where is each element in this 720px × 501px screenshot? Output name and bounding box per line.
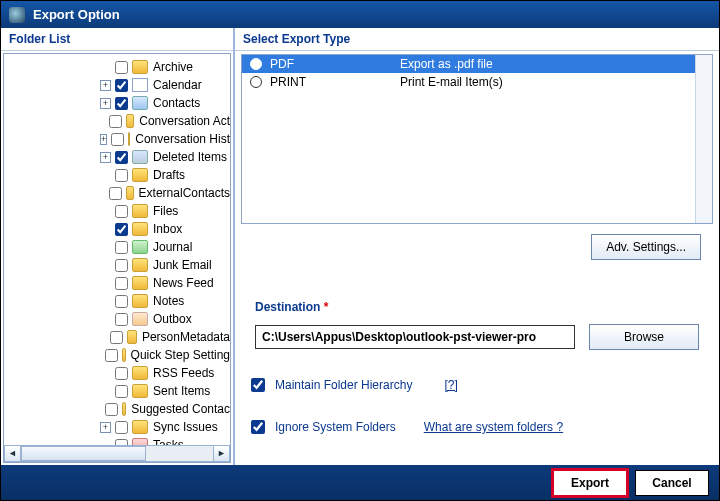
ignore-system-row: Ignore System Folders What are system fo… xyxy=(235,420,719,434)
folder-checkbox[interactable] xyxy=(115,295,128,308)
folder-checkbox[interactable] xyxy=(115,205,128,218)
folder-list-header: Folder List xyxy=(1,28,233,51)
title-bar: Export Option xyxy=(1,1,719,28)
expand-toggle-icon[interactable]: + xyxy=(100,134,107,145)
scroll-right-button[interactable]: ► xyxy=(213,445,230,462)
export-option-dialog: Export Option Folder List Archive+Calend… xyxy=(0,0,720,501)
folder-tree[interactable]: Archive+Calendar+ContactsConversation Ac… xyxy=(3,53,231,463)
folder-node[interactable]: Junk Email xyxy=(4,256,230,274)
folder-node[interactable]: Outbox xyxy=(4,310,230,328)
folder-checkbox[interactable] xyxy=(115,313,128,326)
folder-node[interactable]: PersonMetadata xyxy=(4,328,230,346)
maintain-hierarchy-checkbox[interactable] xyxy=(251,378,265,392)
folder-node[interactable]: Inbox xyxy=(4,220,230,238)
browse-button[interactable]: Browse xyxy=(589,324,699,350)
tasks-icon xyxy=(132,438,148,445)
deleted-icon xyxy=(132,150,148,164)
folder-node[interactable]: +Deleted Items xyxy=(4,148,230,166)
expand-spacer xyxy=(100,206,111,217)
export-type-desc: Print E-mail Item(s) xyxy=(400,75,503,89)
folder-checkbox[interactable] xyxy=(115,259,128,272)
folder-checkbox[interactable] xyxy=(115,169,128,182)
folder-node[interactable]: Tasks xyxy=(4,436,230,445)
folder-checkbox[interactable] xyxy=(105,403,118,416)
folder-icon xyxy=(122,402,126,416)
destination-input[interactable] xyxy=(255,325,575,349)
folder-node[interactable]: Sent Items xyxy=(4,382,230,400)
folder-icon xyxy=(132,294,148,308)
cancel-button[interactable]: Cancel xyxy=(635,470,709,496)
folder-checkbox[interactable] xyxy=(115,97,128,110)
expand-toggle-icon[interactable]: + xyxy=(100,98,111,109)
app-icon xyxy=(9,7,25,23)
expand-toggle-icon[interactable]: + xyxy=(100,80,111,91)
system-folders-help-link[interactable]: What are system folders ? xyxy=(424,420,563,434)
scroll-thumb[interactable] xyxy=(21,446,146,461)
expand-toggle-icon[interactable]: + xyxy=(100,152,111,163)
vertical-scrollbar[interactable] xyxy=(695,55,712,223)
folder-node[interactable]: Suggested Contac xyxy=(4,400,230,418)
folder-checkbox[interactable] xyxy=(115,223,128,236)
folder-label: Conversation Hist xyxy=(135,132,230,146)
export-type-row[interactable]: PDFExport as .pdf file xyxy=(242,55,712,73)
folder-node[interactable]: Drafts xyxy=(4,166,230,184)
folder-label: Files xyxy=(153,204,178,218)
folder-node[interactable]: News Feed xyxy=(4,274,230,292)
export-type-row[interactable]: PRINTPrint E-mail Item(s) xyxy=(242,73,712,91)
expand-spacer xyxy=(100,62,111,73)
folder-checkbox[interactable] xyxy=(115,79,128,92)
folder-checkbox[interactable] xyxy=(110,331,123,344)
folder-node[interactable]: Quick Step Setting xyxy=(4,346,230,364)
scroll-track[interactable] xyxy=(21,445,213,462)
export-type-radio[interactable] xyxy=(250,58,262,70)
folder-checkbox[interactable] xyxy=(111,133,124,146)
folder-node[interactable]: ExternalContacts xyxy=(4,184,230,202)
folder-node[interactable]: +Contacts xyxy=(4,94,230,112)
folder-checkbox[interactable] xyxy=(115,151,128,164)
folder-label: Journal xyxy=(153,240,192,254)
expand-spacer xyxy=(100,278,111,289)
folder-checkbox[interactable] xyxy=(109,115,122,128)
folder-label: Quick Step Setting xyxy=(131,348,230,362)
folder-icon xyxy=(132,366,148,380)
folder-checkbox[interactable] xyxy=(115,277,128,290)
export-type-radio[interactable] xyxy=(250,76,262,88)
folder-checkbox[interactable] xyxy=(115,61,128,74)
folder-label: Tasks xyxy=(153,438,184,445)
folder-node[interactable]: Notes xyxy=(4,292,230,310)
folder-node[interactable]: Journal xyxy=(4,238,230,256)
advanced-settings-button[interactable]: Adv. Settings... xyxy=(591,234,701,260)
folder-node[interactable]: Files xyxy=(4,202,230,220)
expand-spacer xyxy=(100,332,106,343)
scroll-left-button[interactable]: ◄ xyxy=(4,445,21,462)
folder-checkbox[interactable] xyxy=(115,367,128,380)
expand-spacer xyxy=(100,296,111,307)
folder-label: ExternalContacts xyxy=(139,186,230,200)
folder-node[interactable]: +Sync Issues xyxy=(4,418,230,436)
folder-checkbox[interactable] xyxy=(109,187,122,200)
folder-label: Conversation Act xyxy=(139,114,230,128)
folder-checkbox[interactable] xyxy=(115,421,128,434)
folder-node[interactable]: +Calendar xyxy=(4,76,230,94)
folder-checkbox[interactable] xyxy=(115,241,128,254)
folder-icon xyxy=(132,168,148,182)
folder-label: Archive xyxy=(153,60,193,74)
horizontal-scrollbar[interactable]: ◄ ► xyxy=(4,445,230,462)
folder-label: Calendar xyxy=(153,78,202,92)
folder-node[interactable]: Conversation Act xyxy=(4,112,230,130)
expand-toggle-icon[interactable]: + xyxy=(100,422,111,433)
folder-icon xyxy=(126,186,134,200)
folder-node[interactable]: +Conversation Hist xyxy=(4,130,230,148)
folder-checkbox[interactable] xyxy=(115,385,128,398)
export-button[interactable]: Export xyxy=(553,470,627,496)
contacts-icon xyxy=(132,96,148,110)
ignore-system-checkbox[interactable] xyxy=(251,420,265,434)
folder-checkbox[interactable] xyxy=(105,349,118,362)
maintain-hierarchy-help-link[interactable]: [?] xyxy=(444,378,457,392)
maintain-hierarchy-row: Maintain Folder Hierarchy [?] xyxy=(235,378,719,392)
folder-node[interactable]: Archive xyxy=(4,58,230,76)
folder-icon xyxy=(127,330,137,344)
export-type-desc: Export as .pdf file xyxy=(400,57,493,71)
expand-spacer xyxy=(100,188,105,199)
folder-node[interactable]: RSS Feeds xyxy=(4,364,230,382)
